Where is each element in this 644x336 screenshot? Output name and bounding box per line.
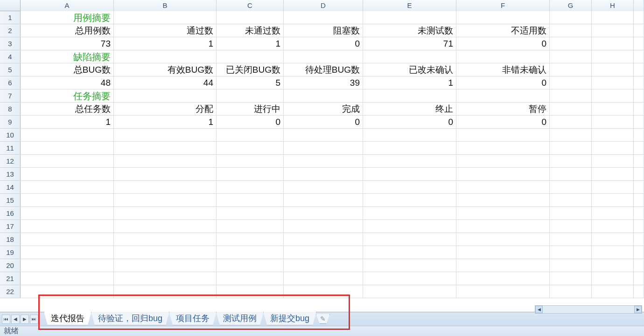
cell-E11[interactable] [363,142,456,155]
cell-G12[interactable] [550,155,592,168]
cell-H8[interactable] [592,103,634,116]
cell-C17[interactable] [217,220,284,233]
sheet-nav-next[interactable]: ▶ [21,315,29,324]
cell-G18[interactable] [550,233,592,246]
cell-B13[interactable] [114,168,217,181]
cell-C1[interactable] [217,11,284,24]
cell-A11[interactable] [21,142,114,155]
column-header-F[interactable]: F [456,0,550,11]
cell-G3[interactable] [550,37,592,50]
horizontal-scrollbar[interactable]: ◀ ▶ [535,305,642,314]
cell-H18[interactable] [592,233,634,246]
cell-D13[interactable] [284,168,363,181]
cell-D15[interactable] [284,194,363,207]
cell-F8[interactable]: 暂停 [456,103,550,116]
cell-C2[interactable]: 未通过数 [217,24,284,37]
row-header-22[interactable]: 22 [0,285,21,298]
cell-C7[interactable] [217,89,284,103]
cell-D19[interactable] [284,246,363,259]
cell-D7[interactable] [284,89,363,103]
cell-E10[interactable] [363,129,456,142]
row-header-10[interactable]: 10 [0,129,21,142]
row-header-15[interactable]: 15 [0,194,21,207]
cell-F18[interactable] [456,233,550,246]
cell-C5[interactable]: 已关闭BUG数 [217,63,284,76]
cell-E15[interactable] [363,194,456,207]
cell-A4[interactable]: 缺陷摘要 [21,50,114,63]
cell-E6[interactable]: 1 [363,76,456,89]
cell-A8[interactable]: 总任务数 [21,103,114,116]
cell-G4[interactable] [550,50,592,63]
row-header-8[interactable]: 8 [0,103,21,116]
cell-G10[interactable] [550,129,592,142]
cell-F10[interactable] [456,129,550,142]
sheet-nav-first[interactable]: ⏮ [2,315,10,324]
cell-H21[interactable] [592,272,634,285]
row-header-6[interactable]: 6 [0,76,21,89]
cell-D21[interactable] [284,272,363,285]
row-header-13[interactable]: 13 [0,168,21,181]
row-header-1[interactable]: 1 [0,11,21,24]
cell-D16[interactable] [284,207,363,220]
cell-F14[interactable] [456,181,550,194]
cell-H13[interactable] [592,168,634,181]
cell-A13[interactable] [21,168,114,181]
cell-C21[interactable] [217,272,284,285]
cell-D9[interactable]: 0 [284,116,363,129]
cell-H10[interactable] [592,129,634,142]
select-all-corner[interactable] [0,0,21,11]
cell-H20[interactable] [592,259,634,272]
cell-F13[interactable] [456,168,550,181]
cell-H7[interactable] [592,89,634,103]
cell-F17[interactable] [456,220,550,233]
cell-A10[interactable] [21,129,114,142]
column-header-C[interactable]: C [217,0,284,11]
cell-D11[interactable] [284,142,363,155]
cell-H15[interactable] [592,194,634,207]
cell-C22[interactable] [217,285,284,298]
cell-H4[interactable] [592,50,634,63]
column-header-A[interactable]: A [21,0,114,11]
sheet-nav-last[interactable]: ⏭ [30,315,38,324]
cell-E12[interactable] [363,155,456,168]
cell-G8[interactable] [550,103,592,116]
cell-A16[interactable] [21,207,114,220]
column-header-E[interactable]: E [363,0,456,11]
sheet-tab-2[interactable]: 项目任务 [169,312,217,325]
cell-F5[interactable]: 非错未确认 [456,63,550,76]
cell-G17[interactable] [550,220,592,233]
cell-E13[interactable] [363,168,456,181]
cell-D6[interactable]: 39 [284,76,363,89]
cell-B20[interactable] [114,259,217,272]
cell-G11[interactable] [550,142,592,155]
row-header-19[interactable]: 19 [0,246,21,259]
cell-G5[interactable] [550,63,592,76]
row-header-5[interactable]: 5 [0,63,21,76]
cell-F11[interactable] [456,142,550,155]
cell-B9[interactable]: 1 [114,116,217,129]
cell-F3[interactable]: 0 [456,37,550,50]
cell-E4[interactable] [363,50,456,63]
cell-G6[interactable] [550,76,592,89]
cell-E9[interactable]: 0 [363,116,456,129]
cell-C13[interactable] [217,168,284,181]
cell-E19[interactable] [363,246,456,259]
scroll-right-arrow[interactable]: ▶ [634,306,642,313]
cell-A3[interactable]: 73 [21,37,114,50]
cell-A9[interactable]: 1 [21,116,114,129]
cell-G15[interactable] [550,194,592,207]
cell-A1[interactable]: 用例摘要 [21,11,114,24]
cell-A5[interactable]: 总BUG数 [21,63,114,76]
cell-D4[interactable] [284,50,363,63]
cell-B21[interactable] [114,272,217,285]
cell-G13[interactable] [550,168,592,181]
cell-F9[interactable]: 0 [456,116,550,129]
cell-E22[interactable] [363,285,456,298]
cell-A18[interactable] [21,233,114,246]
cell-C11[interactable] [217,142,284,155]
sheet-tab-3[interactable]: 测试用例 [216,312,264,325]
cell-F20[interactable] [456,259,550,272]
cell-F19[interactable] [456,246,550,259]
cell-D22[interactable] [284,285,363,298]
cell-H22[interactable] [592,285,634,298]
